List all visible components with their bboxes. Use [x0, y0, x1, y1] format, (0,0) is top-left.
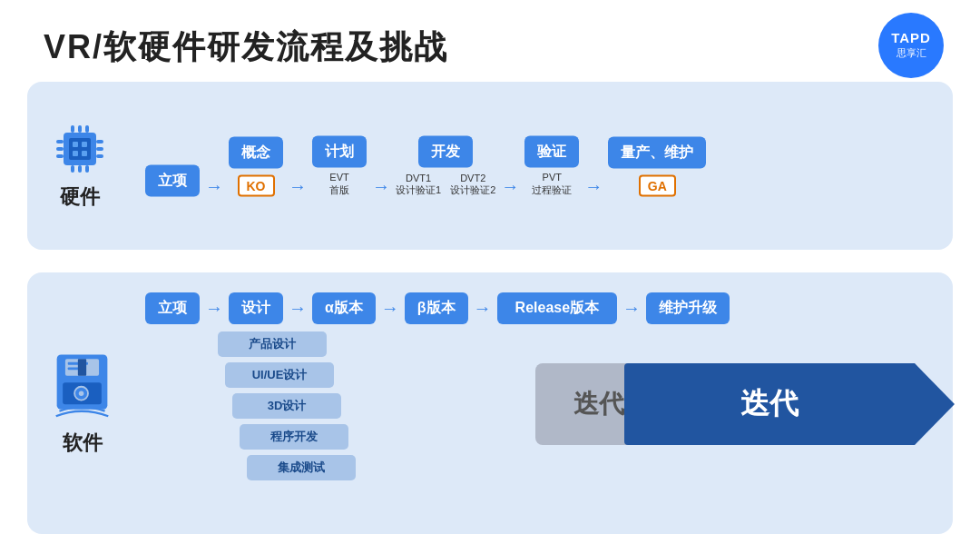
sw-arrow2: → — [289, 298, 307, 319]
iter-blue-label: 迭代 — [740, 384, 799, 424]
svg-rect-1 — [69, 138, 91, 160]
sw-step-alpha: α版本 — [312, 292, 376, 324]
sw-arrow4: → — [474, 298, 492, 319]
svg-rect-10 — [85, 125, 89, 133]
sw-step-lixiang-box: 立项 — [145, 292, 200, 324]
step-kaifa-box: 开发 — [418, 135, 473, 167]
svg-rect-16 — [73, 151, 78, 156]
sw-step-release: Release版本 — [497, 292, 618, 324]
iter-blue-arrow: 迭代 — [624, 363, 915, 445]
tapd-logo-sub: 思享汇 — [897, 46, 926, 60]
step-jihua: 计划 EVT首版 — [312, 135, 367, 196]
tapd-logo-text: TAPD — [891, 31, 931, 46]
svg-rect-11 — [71, 165, 74, 173]
step-lixiang: 立项 — [145, 164, 200, 196]
svg-rect-6 — [96, 147, 103, 151]
design-stack: 产品设计 UI/UE设计 3D设计 程序开发 集成测试 — [218, 331, 356, 483]
step-yanzheng-box: 验证 — [524, 135, 579, 167]
dvt-labels: DVT1设计验证1 DVT2设计验证2 — [396, 172, 495, 196]
sw-step-release-box: Release版本 — [497, 292, 618, 324]
page-background: VR/软硬件研发流程及挑战 TAPD 思享汇 — [0, 0, 980, 554]
design-item-dev: 程序开发 — [240, 424, 348, 450]
sw-step-weihu-box: 维护升级 — [646, 292, 730, 324]
arrow3: → — [372, 175, 390, 196]
svg-rect-17 — [82, 151, 87, 156]
step-liangchan: 量产、维护 GA — [608, 136, 706, 196]
svg-rect-5 — [96, 140, 103, 143]
sw-arrow3: → — [381, 298, 399, 319]
design-item-product: 产品设计 — [218, 331, 327, 357]
svg-point-25 — [79, 391, 84, 396]
step-gainian-box: 概念 — [229, 136, 283, 168]
svg-rect-3 — [56, 147, 64, 151]
dvt2-label: DVT2设计验证2 — [450, 172, 495, 196]
arrow4: → — [501, 175, 519, 196]
arrow5: → — [584, 175, 603, 196]
sw-arrow5: → — [622, 298, 641, 319]
software-label: 软件 — [63, 430, 103, 457]
svg-rect-15 — [82, 142, 87, 147]
step-lixiang-box: 立项 — [145, 164, 200, 196]
arrow1: → — [205, 175, 223, 196]
arrow2: → — [289, 175, 307, 196]
software-panel: 软件 立项 → 设计 → α版本 → β版本 → Release版本 → — [27, 272, 953, 534]
sw-step-lixiang: 立项 — [145, 292, 200, 324]
design-item-test: 集成测试 — [247, 455, 356, 480]
kaifa-boxes: 开发 — [418, 135, 473, 167]
design-item-3d: 3D设计 — [232, 393, 341, 419]
tapd-logo: TAPD 思享汇 — [878, 13, 944, 78]
svg-rect-14 — [73, 142, 78, 147]
svg-rect-13 — [85, 165, 89, 173]
jihua-sub: EVT首版 — [329, 170, 349, 196]
chip-icon — [53, 122, 107, 176]
sw-step-beta-box: β版本 — [405, 292, 468, 324]
svg-rect-4 — [56, 154, 64, 158]
hardware-flow: 立项 → 概念 KO → 计划 EVT首版 → 开发 DVT1设计验证1 — [145, 135, 706, 196]
dvt1-label: DVT1设计验证1 — [396, 172, 441, 196]
hardware-label: 硬件 — [60, 183, 100, 211]
step-yanzheng: 验证 PVT过程验证 — [524, 135, 579, 196]
step-jihua-box: 计划 — [312, 135, 367, 167]
sw-arrow1: → — [205, 298, 223, 319]
software-icon-group: 软件 — [53, 351, 112, 457]
sw-step-sheji: 设计 — [229, 292, 283, 324]
hardware-panel: 硬件 立项 → 概念 KO → 计划 EVT首版 → — [27, 82, 953, 250]
hardware-icon-group: 硬件 — [53, 122, 107, 211]
ga-badge: GA — [639, 174, 676, 196]
svg-rect-12 — [78, 165, 82, 173]
arrow-head — [915, 363, 955, 445]
svg-rect-9 — [78, 125, 82, 133]
iter-gray-label: 迭代 — [573, 387, 624, 421]
iter-blue-body: 迭代 — [624, 363, 915, 445]
design-item-uiue: UI/UE设计 — [225, 362, 334, 388]
pvt-sub: PVT过程验证 — [532, 170, 572, 196]
software-flow: 立项 → 设计 → α版本 → β版本 → Release版本 → 维护升级 — [145, 292, 730, 324]
ko-badge: KO — [238, 174, 275, 196]
page-title: VR/软硬件研发流程及挑战 — [44, 25, 448, 70]
step-liangchan-box: 量产、维护 — [608, 136, 706, 168]
step-kaifa: 开发 DVT1设计验证1 DVT2设计验证2 — [396, 135, 495, 196]
sw-step-alpha-box: α版本 — [312, 292, 376, 324]
svg-rect-22 — [78, 359, 86, 376]
sw-step-beta: β版本 — [405, 292, 468, 324]
svg-rect-2 — [56, 140, 64, 143]
step-gainian: 概念 KO — [229, 136, 283, 196]
sw-step-weihu: 维护升级 — [646, 292, 730, 324]
svg-rect-7 — [96, 154, 103, 158]
save-icon — [53, 351, 112, 419]
sw-step-sheji-box: 设计 — [229, 292, 283, 324]
svg-rect-8 — [71, 125, 74, 133]
